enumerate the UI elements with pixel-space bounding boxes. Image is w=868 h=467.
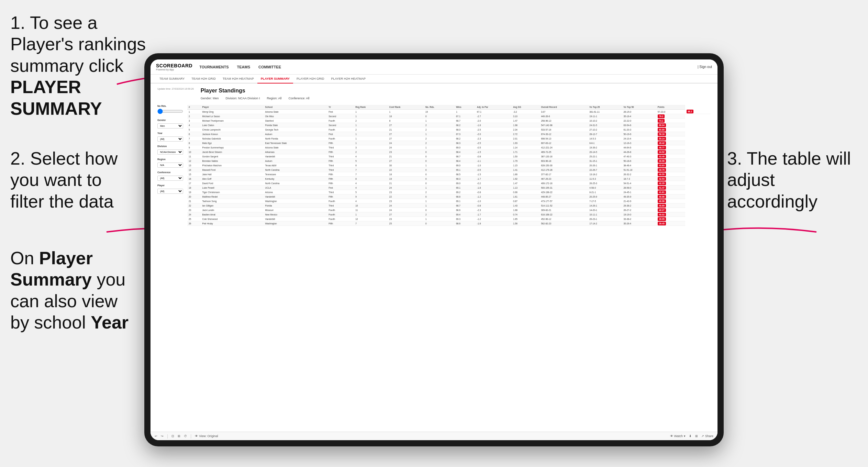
no-rds-slider[interactable] (157, 109, 183, 114)
cell-23-1: Bastien Amat (201, 212, 264, 217)
cell-2-10: 258-96-13 (539, 119, 588, 123)
bottom-toolbar: ↩ ↪ | ⊡ ⊞ ⏱ | 👁 View: Original 👁 Watch ▾… (151, 432, 717, 440)
cell-7-1: Mats Ege (201, 141, 264, 145)
cell-4-6: 2 (424, 127, 455, 132)
nav-tournaments[interactable]: TOURNAMENTS (199, 64, 229, 70)
cell-20-12: 21-42-9 (622, 199, 656, 203)
no-rds-label: No Rds. (157, 105, 183, 107)
cell-1-1: Michael Le Sasso (201, 114, 264, 119)
cell-14-2: Tennessee (264, 172, 327, 177)
watch-btn[interactable]: 👁 Watch ▾ (670, 434, 686, 438)
cell-17-1: Luke Powell (201, 186, 264, 190)
cell-15-4: 8 (354, 177, 388, 181)
grid-btn[interactable]: ⊞ (695, 434, 698, 438)
cell-0-3: First (327, 110, 354, 114)
cell-23-10: 616-168-22 (539, 212, 588, 217)
cell-6-6: 2 (424, 136, 455, 141)
cell-24-10: 452-96-12 (539, 217, 588, 221)
year-select[interactable]: (All) (157, 136, 183, 142)
cell-14-9: 1.66 (512, 172, 539, 177)
redo-btn[interactable]: ↪ (161, 434, 164, 438)
sub-nav-player-h2h-grid[interactable]: PLAYER H2H GRID (293, 75, 327, 84)
sub-nav-player-h2h-heatmap[interactable]: PLAYER H2H HEATMAP (327, 75, 369, 84)
cell-23-13: 40.02 (656, 212, 685, 217)
nav-right[interactable]: | Sign out (698, 65, 712, 69)
cell-18-5: 23 (388, 190, 424, 194)
cell-12-12: 38-46-4 (622, 163, 656, 168)
undo-btn[interactable]: ↩ (155, 434, 157, 438)
cell-5-3: First (327, 132, 354, 136)
sub-nav-team-h2h-heatmap[interactable]: TEAM H2H HEATMAP (219, 75, 257, 84)
cell-12-8: -1.0 (476, 163, 512, 168)
cell-7-0: 8 (187, 141, 201, 145)
col-vstop50: Vs Top 50 (622, 105, 656, 110)
cell-14-3: Fifth (327, 172, 354, 177)
conference-select[interactable]: (All) (157, 176, 183, 181)
nav-items: TOURNAMENTS TEAMS COMMITTEE (199, 64, 698, 70)
region-select[interactable]: N/A (157, 163, 183, 168)
copy-btn[interactable]: ⊡ (171, 434, 174, 438)
cell-4-13: 60.89 (656, 127, 685, 132)
division-select[interactable]: NCAA Division I (157, 149, 183, 155)
instruction-bottom: On Player Summary you can also view by s… (10, 247, 141, 333)
sub-nav-player-summary[interactable]: PLAYER SUMMARY (257, 75, 293, 84)
table-row: 26Petr HrubyWashingtonFifth725068.6-1.81… (187, 221, 711, 226)
cell-9-12: 44-26-8 (622, 150, 656, 154)
cell-0-5: 1 (388, 110, 424, 114)
cell-5-1: Jackson Koivun (201, 132, 264, 136)
sub-nav-team-h2h-grid[interactable]: TEAM H2H GRID (188, 75, 219, 84)
share-btn[interactable]: ↗ Share (701, 434, 713, 438)
filter-region: Region: All (267, 97, 281, 100)
cell-1-11: 19-11-1 (588, 114, 622, 119)
cell-17-8: -1.8 (476, 186, 512, 190)
download-btn[interactable]: ⬇ (689, 434, 692, 438)
col-rank: # (187, 105, 201, 110)
cell-0-12: 28-15-0 (622, 110, 656, 114)
cell-17-7: 69.1 (455, 186, 476, 190)
paste-btn[interactable]: ⊞ (178, 434, 180, 438)
cell-18-7: 69.2 (455, 190, 476, 194)
cell-3-3: Second (327, 123, 354, 127)
cell-17-6: 1 (424, 186, 455, 190)
sub-nav-team-summary[interactable]: TEAM SUMMARY (156, 75, 188, 84)
col-yr: Yr (327, 105, 354, 110)
cell-8-4: 3 (354, 145, 388, 150)
cell-22-10: 309-82-21 (539, 208, 588, 212)
nav-teams[interactable]: TEAMS (237, 64, 250, 70)
cell-0-0: 1 (187, 110, 201, 114)
cell-6-1: Nicholas Gabrelcik (201, 136, 264, 141)
clock-btn[interactable]: ⏱ (184, 434, 187, 438)
cell-20-7: 69.1 (455, 199, 476, 203)
cell-13-3: Third (327, 168, 354, 172)
cell-22-1: Jack Lundin (201, 208, 264, 212)
gender-select[interactable]: Men (157, 123, 183, 129)
cell-14-5: 18 (388, 172, 424, 177)
cell-7-4: 1 (354, 141, 388, 145)
cell-16-8: -0.2 (476, 181, 512, 186)
cell-23-2: New Mexico (264, 212, 327, 217)
division-label: Division (157, 145, 183, 147)
table-row: 12Brendan ValdesAuburnFifth527068.4-1.11… (187, 159, 711, 163)
logo-area: SCOREBOARD Powered by dipp (156, 63, 192, 71)
player-select[interactable]: (All) (157, 189, 183, 194)
cell-13-5: 22 (388, 168, 424, 172)
sidebar-filters: No Rds. Gender Men Year (All) (157, 105, 183, 226)
cell-21-2: Florida (264, 203, 327, 208)
cell-21-3: Third (327, 203, 354, 208)
view-original-btn[interactable]: 👁 View: Original (195, 434, 218, 438)
cell-7-7: 68.3 (455, 141, 476, 145)
cell-15-0: 16 (187, 177, 201, 181)
cell-18-4: 5 (354, 190, 388, 194)
table-row: 5Christo LamprechtGeorgia TechFourth2212… (187, 127, 711, 132)
nav-committee[interactable]: COMMITTEE (258, 64, 281, 70)
col-wins: Wins (455, 105, 476, 110)
cell-16-1: David Ford (201, 181, 264, 186)
cell-12-4: 6 (354, 163, 388, 168)
cell-12-5: 30 (388, 163, 424, 168)
cell-10-11: 25-22-1 (588, 154, 622, 159)
cell-24-11: 26-23-1 (588, 217, 622, 221)
cell-4-8: -2.5 (476, 127, 512, 132)
year-label: Year (157, 132, 183, 134)
cell-16-10: 406-172-16 (539, 181, 588, 186)
cell-15-12: 18-7-3 (622, 177, 656, 181)
